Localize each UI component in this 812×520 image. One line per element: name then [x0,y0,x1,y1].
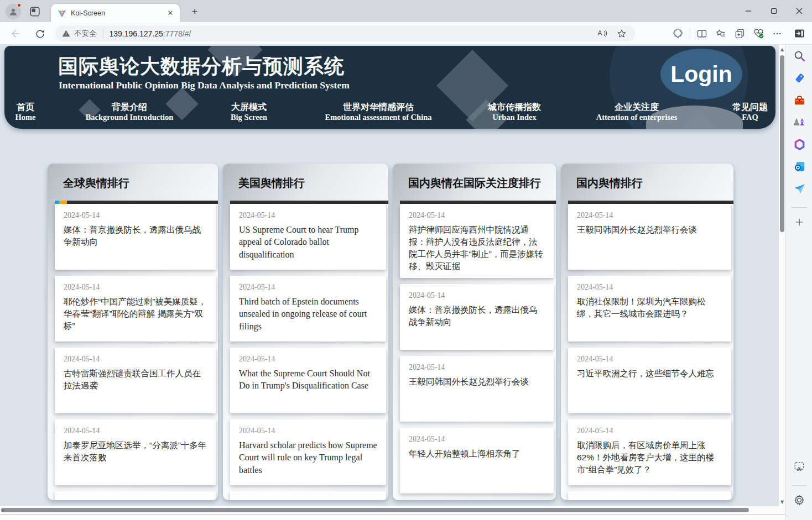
toolbar-divider [690,29,690,39]
nav-item-background[interactable]: 背景介绍 Background Introduction [86,102,174,122]
news-card-partial[interactable] [568,491,731,500]
horizontal-scroll-thumb[interactable] [1,508,749,512]
news-card-partial[interactable] [400,500,554,500]
favorites-bar-icon[interactable] [714,27,728,41]
scroll-down-icon[interactable]: ▼ [779,498,785,505]
news-card[interactable]: 2024-05-14 王毅同韩国外长赵兑烈举行会谈 [568,204,731,270]
microsoft-365-icon[interactable] [793,138,806,151]
news-card[interactable]: 2024-05-14 What the Supreme Court Should… [230,348,386,413]
toolbar-icon-group [671,25,784,41]
refresh-button[interactable] [33,27,47,41]
tools-icon[interactable] [793,93,806,107]
news-card-partial[interactable] [55,491,216,500]
web-capture-icon[interactable] [793,460,806,473]
browser-tab[interactable]: Koi-Screen ✕ [51,4,180,22]
read-aloud-icon[interactable]: A [595,27,608,40]
tab-title: Koi-Screen [71,9,165,17]
browser-essentials-icon[interactable] [751,27,766,41]
vertical-scroll-thumb[interactable] [780,55,784,232]
not-secure-warning-icon [62,29,70,38]
notification-dot-icon [17,3,22,8]
browser-window: Koi-Screen ✕ + 不安全 139.196.127.25:7778/#… [0,0,812,520]
split-screen-icon[interactable] [695,27,709,41]
site-header: 国际舆论大数据分析与预测系统 International Public Opin… [4,46,775,129]
panel-domestic-ranking: 国内舆情排行 2024-05-14 王毅同韩国外长赵兑烈举行会谈 2024-05… [561,164,733,500]
tab-strip: Koi-Screen ✕ + [0,0,812,22]
page-content: 国际舆论大数据分析与预测系统 International Public Opin… [0,45,779,506]
site-subtitle: International Public Opinion Big Data An… [59,80,350,91]
nav-item-emotional-assessment[interactable]: 世界对华情感评估 Emotional assessment of China [325,102,432,122]
close-button[interactable] [787,0,812,22]
panel-us-ranking: 美国舆情排行 2024-05-14 US Supreme Court to he… [223,164,388,500]
news-card[interactable]: 2024-05-14 加泰罗尼亚地区选举，“分离派”十多年来首次落败 [55,419,216,485]
back-button[interactable] [8,27,22,41]
nav-item-big-screen[interactable]: 大屏模式 Big Screen [231,102,267,122]
news-card[interactable]: 2024-05-14 Third batch of Epstein docume… [230,276,386,342]
nav-item-enterprises[interactable]: 企业关注度 Attention of enterprises [596,102,678,122]
login-button[interactable]: Login [660,49,742,99]
news-card[interactable]: 2024-05-14 王毅同韩国外长赵兑烈举行会谈 [400,356,554,422]
news-card[interactable]: 2024-05-14 辩护律师回应海西州中院情况通报：辩护人没有违反法庭纪律，法… [400,204,554,278]
news-card[interactable]: 2024-05-14 年轻人开始整顿上海相亲角了 [400,428,554,493]
panel-title: 全球舆情排行 [63,176,218,191]
browser-toolbar: 不安全 139.196.127.25:7778/#/ A [0,22,812,45]
vertical-scrollbar[interactable]: ▲ ▼ [779,45,785,506]
panel-divider-bar [230,201,388,204]
panel-divider-bar [400,201,556,204]
horizontal-scrollbar[interactable]: ▶ [0,506,779,514]
person-icon [8,7,18,17]
address-bar[interactable]: 不安全 139.196.127.25:7778/#/ A [55,25,635,41]
edge-sidebar: ♟♝ [785,45,812,520]
workspaces-icon[interactable] [29,6,41,18]
accent-blue [55,201,59,204]
tab-close-icon[interactable]: ✕ [165,8,175,18]
scroll-up-icon[interactable]: ▲ [779,46,785,52]
url-text: 139.196.127.25:7778/#/ [110,29,191,38]
svg-text:A: A [597,29,602,37]
add-sidebar-item-icon[interactable] [793,216,806,229]
nav-item-urban-index[interactable]: 城市传播指数 Urban Index [488,102,541,122]
shopping-icon[interactable] [793,71,806,85]
address-separator [103,29,103,38]
collections-icon[interactable] [732,27,747,41]
scrollbar-corner [779,506,785,514]
news-card-partial[interactable] [230,491,386,500]
site-favicon-icon [58,9,66,18]
drop-icon[interactable] [793,182,806,195]
news-card[interactable]: 2024-05-14 Harvard scholar predicts how … [230,419,386,485]
panel-domestic-intl-ranking: 国内舆情在国际关注度排行 2024-05-14 辩护律师回应海西州中院情况通报：… [393,164,556,500]
window-bottom-strip [0,514,785,520]
outlook-icon[interactable] [793,160,806,173]
more-options-icon[interactable] [770,27,784,41]
panel-divider-bar [568,201,733,204]
new-tab-button[interactable]: + [188,5,201,18]
news-card[interactable]: 2024-05-14 耶伦炒作“中国产能过剩”被美媒质疑，华春莹“翻译”耶伦的辩… [55,276,216,342]
news-card[interactable]: 2024-05-14 古特雷斯强烈谴责联合国工作人员在拉法遇袭 [55,348,216,413]
search-icon[interactable] [793,49,806,62]
games-icon[interactable]: ♟♝ [793,115,806,129]
site-nav: 首页 Home 背景介绍 Background Introduction 大屏模… [4,102,775,125]
panel-title: 国内舆情在国际关注度排行 [408,176,556,191]
news-card[interactable]: 2024-05-14 取消社保限制！深圳为汽车限购松绑，其它一线城市会跟进吗？ [568,276,731,342]
panel-global-ranking: 全球舆情排行 2024-05-14 媒体：普京撤换防长，透露出俄乌战争新动向 2… [48,164,218,500]
security-label: 不安全 [74,29,97,39]
nav-item-home[interactable]: 首页 Home [15,102,35,122]
settings-gear-icon[interactable] [793,493,806,507]
panel-title: 国内舆情排行 [576,176,733,191]
news-card[interactable]: 2024-05-14 取消限购后，有区域房价单周上涨62%！外地看房客户大增，这… [568,419,731,485]
news-card[interactable]: 2024-05-14 US Supreme Court to hear Trum… [230,204,386,270]
panel-title: 美国舆情排行 [238,176,388,191]
maximize-button[interactable] [761,0,787,22]
sidebar-divider [792,207,807,208]
extensions-icon[interactable] [671,27,685,41]
window-controls [736,0,812,22]
panel-divider-bar [55,201,218,204]
news-card[interactable]: 2024-05-14 习近平欧洲之行，这些细节令人难忘 [568,348,731,413]
minimize-button[interactable] [736,0,761,22]
scroll-right-icon[interactable]: ▶ [0,507,7,513]
nav-item-faq[interactable]: 常见问题 FAQ [732,102,768,122]
news-card[interactable]: 2024-05-14 媒体：普京撤换防长，透露出俄乌战争新动向 [55,204,216,270]
favorite-star-icon[interactable] [615,27,628,40]
sidebar-toggle-icon[interactable] [792,26,806,40]
news-card[interactable]: 2024-05-14 媒体：普京撤换防长，透露出俄乌战争新动向 [400,284,554,350]
